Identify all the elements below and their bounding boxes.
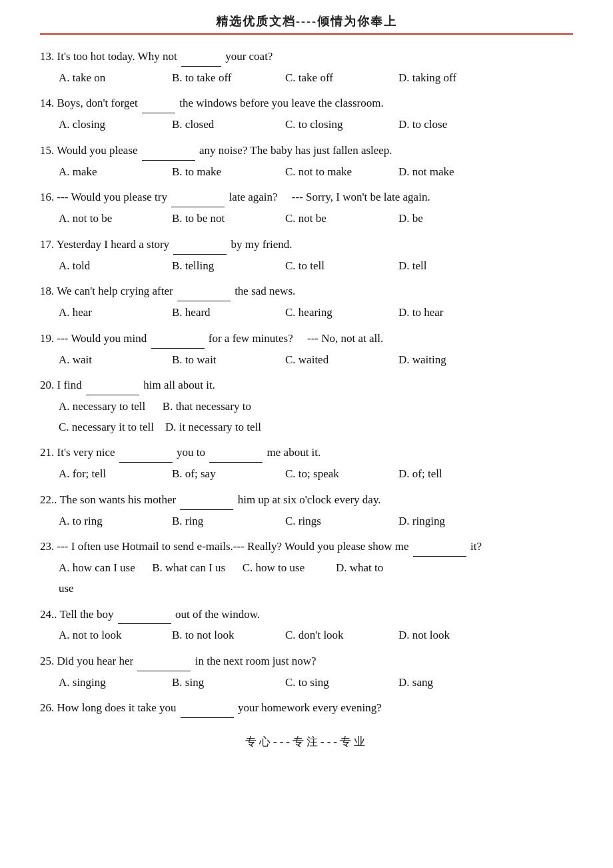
q23-optB: B. what can I us: [152, 561, 225, 574]
question-17: 17. Yesterday I heard a story by my frie…: [40, 235, 573, 276]
q18-text: 18. We can't help crying after the sad n…: [40, 281, 573, 301]
q15-options: A. make B. to make C. not to make D. not…: [59, 162, 573, 183]
q22-optB: B. ring: [172, 511, 265, 532]
q17-text: 17. Yesterday I heard a story by my frie…: [40, 235, 573, 255]
question-25: 25. Did you hear her in the next room ju…: [40, 651, 573, 693]
q15-text: 15. Would you please any noise? The baby…: [40, 141, 573, 161]
q16-optB: B. to be not: [172, 209, 265, 229]
q19-optA: A. wait: [59, 350, 152, 371]
q24-optD: D. not look: [398, 625, 492, 646]
q15-optC: C. not to make: [285, 162, 378, 183]
q19-options: A. wait B. to wait C. waited D. waiting: [59, 350, 573, 371]
q19-text: 19. --- Would you mind for a few minutes…: [40, 329, 573, 349]
q21-optA: A. for; tell: [59, 464, 152, 485]
q26-text: 26. How long does it take you your homew…: [40, 698, 573, 718]
q21-options: A. for; tell B. of; say C. to; speak D. …: [59, 464, 573, 485]
q25-optA: A. singing: [59, 673, 152, 693]
q16-options: A. not to be B. to be not C. not be D. b…: [59, 209, 573, 229]
q13-options: A. take on B. to take off C. take off D.…: [59, 68, 573, 89]
q22-optC: C. rings: [285, 511, 378, 532]
question-19: 19. --- Would you mind for a few minutes…: [40, 329, 573, 370]
q25-optC: C. to sing: [285, 673, 378, 693]
q21-text: 21. It's very nice you to me about it.: [40, 443, 573, 463]
question-20: 20. I find him all about it. A. necessar…: [40, 375, 573, 437]
q16-text: 16. --- Would you please try late again?…: [40, 187, 573, 207]
q23-opts-row2: use: [59, 579, 573, 599]
q20-optC: C. necessary it to tell: [59, 421, 154, 433]
q22-optA: A. to ring: [59, 511, 152, 532]
question-14: 14. Boys, don't forget the windows befor…: [40, 93, 573, 135]
question-24: 24.. Tell the boy out of the window. A. …: [40, 605, 573, 646]
q15-optD: D. not make: [398, 162, 492, 183]
q23-opts-row1: A. how can I use B. what can I us C. how…: [59, 558, 573, 579]
q23-use: use: [59, 582, 74, 595]
q16-optA: A. not to be: [59, 209, 152, 229]
q19-optC: C. waited: [285, 350, 378, 371]
q22-optD: D. ringing: [398, 511, 492, 532]
q17-optB: B. telling: [172, 256, 265, 277]
q18-optB: B. heard: [172, 303, 265, 323]
q20-options: A. necessary to tell B. that necessary t…: [59, 397, 573, 437]
q24-text: 24.. Tell the boy out of the window.: [40, 605, 573, 625]
q20-opts-row1: A. necessary to tell B. that necessary t…: [59, 397, 573, 417]
q15-optB: B. to make: [172, 162, 265, 183]
q13-optD: D. taking off: [398, 68, 492, 89]
question-15: 15. Would you please any noise? The baby…: [40, 141, 573, 182]
q20-text: 20. I find him all about it.: [40, 375, 573, 395]
q20-opts-row2: C. necessary it to tell D. it necessary …: [59, 417, 573, 438]
question-22: 22.. The son wants his mother him up at …: [40, 490, 573, 531]
q25-options: A. singing B. sing C. to sing D. sang: [59, 673, 573, 693]
footer-text: 专心---专注---专业: [40, 734, 573, 749]
q22-text: 22.. The son wants his mother him up at …: [40, 490, 573, 510]
header-title: 精选优质文档----倾情为你奉上: [40, 13, 573, 29]
q14-optD: D. to close: [398, 115, 492, 135]
q17-optA: A. told: [59, 256, 152, 277]
question-16: 16. --- Would you please try late again?…: [40, 187, 573, 229]
question-13: 13. It's too hot today. Why not your coa…: [40, 47, 573, 88]
question-26: 26. How long does it take you your homew…: [40, 698, 573, 718]
q13-optB: B. to take off: [172, 68, 265, 89]
question-18: 18. We can't help crying after the sad n…: [40, 281, 573, 323]
q14-options: A. closing B. closed C. to closing D. to…: [59, 115, 573, 135]
q19-optD: D. waiting: [398, 350, 492, 371]
q23-text: 23. --- I often use Hotmail to send e-ma…: [40, 537, 573, 557]
q21-optD: D. of; tell: [398, 464, 492, 485]
q24-optA: A. not to look: [59, 625, 152, 646]
questions-container: 13. It's too hot today. Why not your coa…: [40, 47, 573, 718]
question-23: 23. --- I often use Hotmail to send e-ma…: [40, 537, 573, 599]
q16-optC: C. not be: [285, 209, 378, 229]
q13-optA: A. take on: [59, 68, 152, 89]
q13-number: 13. It's too hot today. Why not your coa…: [40, 50, 273, 63]
q25-optD: D. sang: [398, 673, 492, 693]
q15-optA: A. make: [59, 162, 152, 183]
q14-optC: C. to closing: [285, 115, 378, 135]
q20-optD: D. it necessary to tell: [165, 421, 261, 433]
q14-text: 14. Boys, don't forget the windows befor…: [40, 93, 573, 113]
q14-optB: B. closed: [172, 115, 265, 135]
q18-optA: A. hear: [59, 303, 152, 323]
q17-optC: C. to tell: [285, 256, 378, 277]
q24-optC: C. don't look: [285, 625, 378, 646]
q24-options: A. not to look B. to not look C. don't l…: [59, 625, 573, 646]
q21-optB: B. of; say: [172, 464, 265, 485]
q18-optD: D. to hear: [398, 303, 492, 323]
q23-optA: A. how can I use: [59, 561, 135, 574]
header: 精选优质文档----倾情为你奉上: [40, 13, 573, 35]
q17-optD: D. tell: [398, 256, 492, 277]
q23-optD: D. what to: [336, 561, 383, 574]
q20-optA: A. necessary to tell: [59, 400, 145, 413]
q17-options: A. told B. telling C. to tell D. tell: [59, 256, 573, 277]
q13-text: 13. It's too hot today. Why not your coa…: [40, 47, 573, 67]
q24-optB: B. to not look: [172, 625, 265, 646]
q25-optB: B. sing: [172, 673, 265, 693]
q16-optD: D. be: [398, 209, 492, 229]
q14-optA: A. closing: [59, 115, 152, 135]
q23-optC: C. how to use: [243, 561, 305, 574]
q13-optC: C. take off: [285, 68, 378, 89]
q21-optC: C. to; speak: [285, 464, 378, 485]
q22-options: A. to ring B. ring C. rings D. ringing: [59, 511, 573, 532]
q23-options: A. how can I use B. what can I us C. how…: [59, 558, 573, 599]
q19-optB: B. to wait: [172, 350, 265, 371]
question-21: 21. It's very nice you to me about it. A…: [40, 443, 573, 484]
q25-text: 25. Did you hear her in the next room ju…: [40, 651, 573, 671]
